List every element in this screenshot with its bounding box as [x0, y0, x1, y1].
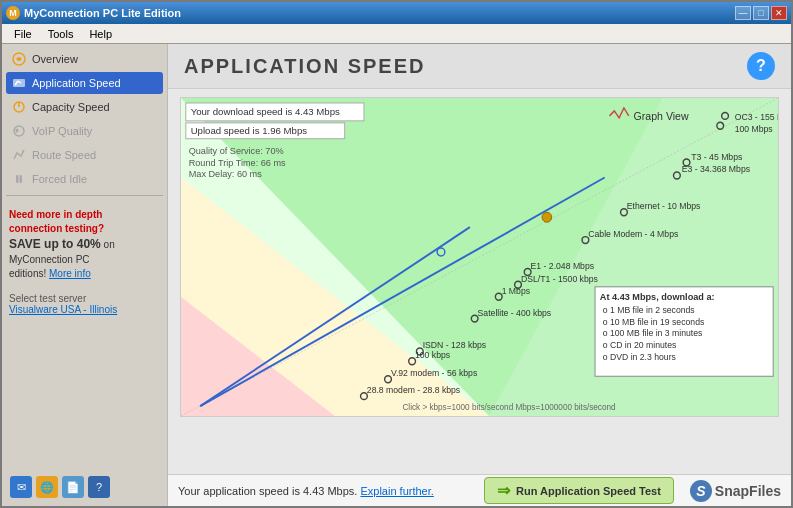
svg-text:Satellite - 400 kbps: Satellite - 400 kbps — [478, 308, 552, 318]
promo-save: SAVE up to 40% — [9, 237, 101, 251]
sidebar-divider — [6, 195, 163, 196]
sidebar-item-route[interactable]: Route Speed — [6, 144, 163, 166]
menu-bar: File Tools Help — [2, 24, 791, 44]
window-title: MyConnection PC Lite Edition — [24, 7, 181, 19]
promo-line1: Need more in depthconnection testing? — [9, 209, 104, 234]
svg-text:E3 - 34.368 Mbps: E3 - 34.368 Mbps — [682, 163, 751, 173]
bottom-bar: Your application speed is 4.43 Mbps. Exp… — [168, 474, 791, 506]
svg-text:Cable Modem - 4 Mbps: Cable Modem - 4 Mbps — [588, 229, 679, 239]
forced-icon — [11, 171, 27, 187]
svg-text:T3 - 45 Mbps: T3 - 45 Mbps — [691, 151, 743, 161]
sidebar-label-voip: VoIP Quality — [32, 125, 92, 137]
snapfiles-logo: S SnapFiles — [690, 480, 781, 502]
sidebar-label-route: Route Speed — [32, 149, 96, 161]
sidebar-item-forced[interactable]: Forced Idle — [6, 168, 163, 190]
run-arrow-icon: ⇒ — [497, 481, 510, 500]
svg-text:Round Trip Time: 66 ms: Round Trip Time: 66 ms — [189, 157, 286, 167]
svg-text:Your download speed is 4.43 Mb: Your download speed is 4.43 Mbps — [191, 106, 340, 117]
sidebar-item-appspeed[interactable]: Application Speed — [6, 72, 163, 94]
svg-text:o  10 MB file in 19 seconds: o 10 MB file in 19 seconds — [603, 316, 705, 326]
explain-link[interactable]: Explain further. — [360, 485, 433, 497]
snapfiles-text: SnapFiles — [715, 483, 781, 499]
page-title: APPLICATION SPEED — [184, 55, 425, 78]
svg-text:Max Delay: 60 ms: Max Delay: 60 ms — [189, 169, 262, 179]
capacity-icon — [11, 99, 27, 115]
run-test-label: Run Application Speed Test — [516, 485, 661, 497]
help-icon[interactable]: ? — [88, 476, 110, 498]
svg-text:o  100 MB file in 3 minutes: o 100 MB file in 3 minutes — [603, 328, 703, 338]
sidebar: Overview Application Speed — [2, 44, 167, 506]
menu-file[interactable]: File — [6, 26, 40, 42]
svg-text:1 Mbps: 1 Mbps — [502, 286, 531, 296]
svg-text:o  CD in 20 minutes: o CD in 20 minutes — [603, 340, 677, 350]
help-button[interactable]: ? — [747, 52, 775, 80]
svg-text:Upload speed is 1.96 Mbps: Upload speed is 1.96 Mbps — [191, 125, 308, 136]
svg-text:Ethernet - 10 Mbps: Ethernet - 10 Mbps — [627, 201, 701, 211]
title-bar-text: M MyConnection PC Lite Edition — [6, 6, 181, 20]
speed-chart: Your download speed is 4.43 Mbps Upload … — [180, 97, 779, 417]
svg-text:Quality of Service: 70%: Quality of Service: 70% — [189, 146, 284, 156]
svg-text:Graph View: Graph View — [634, 110, 689, 122]
svg-text:ISDN - 128 kbps: ISDN - 128 kbps — [423, 340, 487, 350]
sidebar-item-voip[interactable]: VoIP Quality — [6, 120, 163, 142]
snapfiles-s-icon: S — [690, 480, 712, 502]
appspeed-icon — [11, 75, 27, 91]
promo-box: Need more in depthconnection testing? SA… — [6, 205, 163, 284]
menu-help[interactable]: Help — [81, 26, 120, 42]
svg-text:o  DVD in 2.3 hours: o DVD in 2.3 hours — [603, 352, 677, 362]
email-icon[interactable]: ✉ — [10, 476, 32, 498]
run-test-button[interactable]: ⇒ Run Application Speed Test — [484, 477, 674, 504]
content-area: APPLICATION SPEED ? Your down — [167, 44, 791, 506]
sidebar-label-capacity: Capacity Speed — [32, 101, 110, 113]
overview-icon — [11, 51, 27, 67]
svg-point-24 — [542, 212, 552, 222]
bottom-status: Your application speed is 4.43 Mbps. Exp… — [178, 485, 434, 497]
server-name[interactable]: Visualware USA - Illinois — [9, 304, 117, 315]
menu-tools[interactable]: Tools — [40, 26, 82, 42]
globe-icon[interactable]: 🌐 — [36, 476, 58, 498]
page-header: APPLICATION SPEED ? — [168, 44, 791, 89]
sidebar-label-appspeed: Application Speed — [32, 77, 121, 89]
maximize-button[interactable]: □ — [753, 6, 769, 20]
svg-text:100 Mbps: 100 Mbps — [735, 124, 774, 134]
svg-text:E1 - 2.048 Mbps: E1 - 2.048 Mbps — [531, 261, 595, 271]
svg-text:DSL/T1 - 1500 kbps: DSL/T1 - 1500 kbps — [521, 274, 599, 284]
chart-container: Your download speed is 4.43 Mbps Upload … — [168, 89, 791, 474]
svg-text:At 4.43 Mbps, download a:: At 4.43 Mbps, download a: — [600, 292, 715, 302]
select-server-text: Select test server — [9, 293, 86, 304]
route-icon — [11, 147, 27, 163]
sidebar-label-overview: Overview — [32, 53, 78, 65]
svg-text:100 kbps: 100 kbps — [415, 350, 451, 360]
sidebar-bottom-icons: ✉ 🌐 📄 ? — [6, 472, 163, 502]
sidebar-label-forced: Forced Idle — [32, 173, 87, 185]
document-icon[interactable]: 📄 — [62, 476, 84, 498]
window-controls: — □ ✕ — [735, 6, 787, 20]
main-window: M MyConnection PC Lite Edition — □ ✕ Fil… — [0, 0, 793, 508]
svg-rect-1 — [13, 79, 25, 87]
svg-rect-8 — [16, 175, 19, 183]
title-bar: M MyConnection PC Lite Edition — □ ✕ — [2, 2, 791, 24]
sidebar-item-capacity[interactable]: Capacity Speed — [6, 96, 163, 118]
voip-icon — [11, 123, 27, 139]
main-layout: Overview Application Speed — [2, 44, 791, 506]
close-button[interactable]: ✕ — [771, 6, 787, 20]
svg-text:o  1 MB file in 2 seconds: o 1 MB file in 2 seconds — [603, 305, 696, 315]
select-server-label: Select test server Visualware USA - Illi… — [6, 290, 163, 318]
minimize-button[interactable]: — — [735, 6, 751, 20]
svg-text:V.92 modem - 56 kbps: V.92 modem - 56 kbps — [391, 368, 478, 378]
app-icon: M — [6, 6, 20, 20]
promo-more-info[interactable]: More info — [49, 268, 91, 279]
svg-text:Click > kbps=1000 bits/second : Click > kbps=1000 bits/second Mbps=10000… — [402, 402, 615, 412]
sidebar-item-overview[interactable]: Overview — [6, 48, 163, 70]
svg-text:OC3 - 155 Mbps: OC3 - 155 Mbps — [735, 112, 779, 122]
svg-text:28.8 modem - 28.8 kbps: 28.8 modem - 28.8 kbps — [367, 385, 461, 395]
status-text: Your application speed is 4.43 Mbps. — [178, 485, 357, 497]
svg-rect-9 — [20, 175, 23, 183]
